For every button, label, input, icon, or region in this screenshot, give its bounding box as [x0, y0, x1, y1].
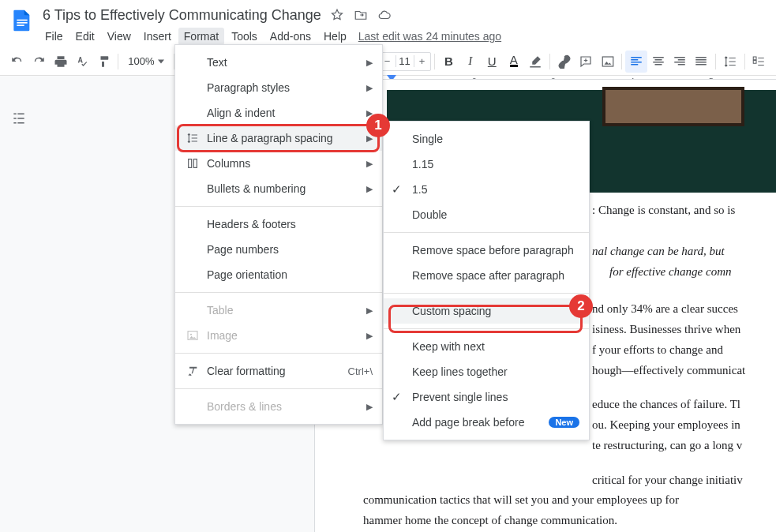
remove-space-before[interactable]: Remove space before paragraph [384, 238, 589, 263]
spacing-1-15[interactable]: 1.15 [384, 152, 589, 177]
menu-item-text[interactable]: Text▶ [175, 50, 382, 75]
titlebar: 6 Tips to Effectively Communicating Chan… [0, 0, 776, 47]
zoom-value: 100% [128, 55, 154, 67]
menu-tools[interactable]: Tools [226, 28, 263, 45]
font-size-increase[interactable]: + [414, 55, 430, 67]
body-line: : Change is constant, and so is [592, 202, 776, 219]
menu-item-columns[interactable]: Columns▶ [175, 151, 382, 176]
menu-insert[interactable]: Insert [138, 28, 177, 45]
body-line: critical for your change initiativ [592, 472, 776, 489]
format-menu: Text▶ Paragraph styles▶ Align & indent▶ … [174, 44, 383, 425]
align-justify-icon[interactable] [691, 51, 712, 73]
body-line: educe the chances of failure. Tl [592, 396, 776, 414]
outline-icon[interactable] [8, 107, 30, 129]
print-icon[interactable] [50, 51, 71, 73]
docs-logo-icon[interactable] [6, 5, 38, 36]
prevent-single-lines[interactable]: ✓Prevent single lines [384, 384, 589, 410]
spellcheck-icon[interactable] [71, 51, 92, 73]
star-icon[interactable] [329, 7, 345, 23]
font-size-value[interactable]: 11 [395, 55, 414, 67]
chevron-right-icon: ▶ [366, 331, 373, 341]
menu-item-line-spacing[interactable]: Line & paragraph spacing▶ [175, 126, 382, 151]
chevron-right-icon: ▶ [366, 159, 373, 169]
align-right-icon[interactable] [669, 51, 690, 73]
menu-item-paragraph-styles[interactable]: Paragraph styles▶ [175, 75, 382, 100]
line-spacing-icon [185, 130, 201, 146]
redo-icon[interactable] [28, 51, 49, 73]
chevron-right-icon: ▶ [366, 133, 373, 144]
keep-with-next[interactable]: Keep with next [384, 334, 589, 359]
body-line: isiness. Businesses thrive when [592, 321, 776, 339]
menu-edit[interactable]: Edit [70, 28, 100, 45]
menu-view[interactable]: View [102, 28, 137, 45]
align-left-icon[interactable] [625, 51, 647, 73]
body-line: hammer home the concept of change commun… [363, 512, 776, 530]
highlight-color-icon[interactable] [524, 51, 545, 73]
clear-format-icon [185, 363, 201, 379]
menu-file[interactable]: File [39, 28, 69, 45]
undo-icon[interactable] [6, 51, 28, 73]
body-line: for effective change comn [609, 264, 776, 281]
spacing-1-5[interactable]: ✓1.5 [384, 177, 589, 202]
menu-addons[interactable]: Add-ons [264, 28, 317, 45]
body-line: nd only 34% are a clear succes [592, 301, 776, 318]
insert-link-icon[interactable] [553, 51, 575, 73]
cloud-status-icon[interactable] [377, 7, 392, 23]
line-spacing-submenu: Single 1.15 ✓1.5 Double Remove space bef… [383, 121, 590, 440]
paint-format-icon[interactable] [93, 51, 114, 73]
menu-item-headers-footers[interactable]: Headers & footers [175, 212, 382, 237]
keyboard-shortcut: Ctrl+\ [348, 365, 373, 377]
spacing-double[interactable]: Double [384, 202, 589, 227]
insert-image-icon[interactable] [597, 51, 618, 73]
chevron-right-icon: ▶ [366, 305, 373, 316]
remove-space-after[interactable]: Remove space after paragraph [384, 263, 589, 288]
add-page-break-before[interactable]: Add page break beforeNew [384, 410, 589, 435]
line-spacing-icon[interactable] [719, 51, 740, 73]
keep-lines-together[interactable]: Keep lines together [384, 359, 589, 384]
menu-item-bullets[interactable]: Bullets & numbering▶ [175, 176, 382, 201]
zoom-select[interactable]: 100% [122, 55, 170, 67]
chevron-right-icon: ▶ [366, 58, 373, 68]
svg-rect-3 [602, 57, 613, 66]
underline-icon[interactable]: U [482, 51, 503, 73]
svg-rect-0 [17, 20, 27, 21]
body-line: hough—effectively communicat [592, 362, 776, 380]
body-line: f your efforts to change and [592, 342, 776, 359]
chevron-right-icon: ▶ [366, 108, 373, 118]
svg-rect-1 [17, 22, 27, 24]
add-comment-icon[interactable] [575, 51, 596, 73]
body-line: nal change can be hard, but [592, 243, 776, 260]
menu-item-borders-lines: Borders & lines▶ [175, 394, 382, 419]
spacing-single[interactable]: Single [384, 126, 589, 152]
align-center-icon[interactable] [647, 51, 669, 73]
font-size-stepper[interactable]: − 11 + [379, 52, 431, 71]
move-icon[interactable] [353, 7, 369, 23]
menu-item-page-orientation[interactable]: Page orientation [175, 262, 382, 287]
text-color-icon[interactable]: A [503, 51, 524, 73]
body-line: ou. Keeping your employees in [592, 417, 776, 434]
checklist-icon[interactable] [748, 51, 770, 73]
svg-point-7 [190, 334, 192, 335]
svg-rect-5 [754, 60, 757, 63]
toolbar: 100% − 11 + B I U A [0, 47, 776, 76]
chevron-right-icon: ▶ [366, 402, 373, 412]
body-line: te restructuring, can go a long v [592, 437, 776, 455]
check-icon: ✓ [392, 390, 402, 404]
svg-rect-4 [754, 57, 757, 60]
bold-icon[interactable]: B [438, 51, 459, 73]
chevron-right-icon: ▶ [366, 83, 373, 93]
italic-icon[interactable]: I [459, 51, 481, 73]
custom-spacing[interactable]: Custom spacing [384, 298, 589, 324]
menu-item-page-numbers[interactable]: Page numbers [175, 237, 382, 262]
doc-title[interactable]: 6 Tips to Effectively Communicating Chan… [43, 7, 321, 24]
last-edit-link[interactable]: Last edit was 24 minutes ago [358, 30, 501, 43]
menu-format[interactable]: Format [178, 28, 224, 45]
chevron-right-icon: ▶ [366, 184, 373, 194]
menubar: File Edit View Insert Format Tools Add-o… [39, 27, 770, 46]
menu-help[interactable]: Help [318, 28, 352, 45]
menu-item-image: Image▶ [175, 323, 382, 348]
menu-item-clear-formatting[interactable]: Clear formatting Ctrl+\ [175, 358, 382, 384]
new-badge: New [549, 417, 579, 428]
menu-item-table: Table▶ [175, 298, 382, 323]
menu-item-align-indent[interactable]: Align & indent▶ [175, 100, 382, 126]
